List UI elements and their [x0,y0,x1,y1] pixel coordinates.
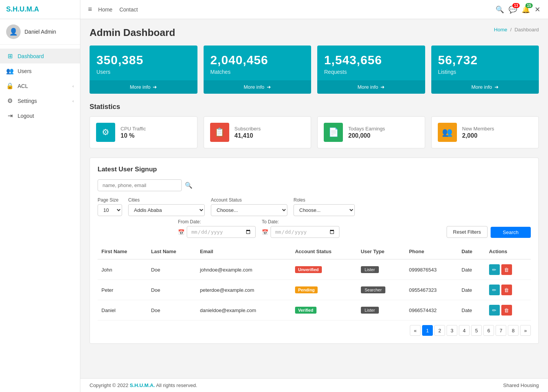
cell-first-name: Peter [98,280,147,300]
stat-more-users[interactable]: More info ➜ [90,80,197,94]
page-button[interactable]: 3 [447,325,457,336]
statistics-title: Statistics [90,103,539,111]
page-size-group: Page Size 102550100 [98,197,122,216]
page-button[interactable]: 5 [471,325,482,336]
subscribers-value: 41,410 [235,132,261,139]
date-filters-row: From Date: 📅 To Date: 📅 [98,219,531,238]
page-button[interactable]: 7 [496,325,506,336]
page-button[interactable]: « [410,325,421,336]
members-value: 2,000 [462,132,494,139]
sidebar-item-settings[interactable]: ⚙ Settings ‹ [0,93,80,108]
reset-filters-button[interactable]: Reset Filters [447,226,488,238]
from-date-input[interactable] [187,226,256,238]
edit-button[interactable]: ✏ [489,305,500,316]
breadcrumb-current: Dashboard [514,27,539,33]
user-name: Daniel Admin [24,29,56,35]
cell-phone: 0955467323 [405,280,458,300]
brand-name: S.H.U.M.A [6,5,39,13]
sidebar-item-acl[interactable]: 🔒 ACL ‹ [0,78,80,93]
page-size-select[interactable]: 102550100 [98,204,122,216]
footer-tagline: Shared Housing [503,382,539,388]
topbar-home[interactable]: Home [96,7,115,13]
search-button[interactable]: Search [491,227,531,238]
close-icon[interactable]: ✕ [535,5,540,14]
breadcrumb-home[interactable]: Home [494,27,507,33]
delete-button[interactable]: 🗑 [501,285,512,295]
cell-email: johndoe@example.com [196,259,291,280]
nav-menu: ⊞ Dashboard 👥 Users 🔒 ACL ‹ ⚙ Settings ‹… [0,45,80,127]
cell-actions: ✏ 🗑 [485,300,531,320]
footer: Copyright © 2022 S.H.U.M.A. All rights r… [80,378,548,392]
page-button[interactable]: 2 [434,325,445,336]
from-date-label: From Date: [178,219,256,224]
col-phone: Phone [405,244,458,259]
calendar-icon: 📅 [178,229,184,235]
avatar: 👤 [6,24,21,39]
chat-icon-btn[interactable]: 💬 13 [509,5,517,14]
search-input[interactable] [98,179,182,191]
cell-phone: 0966574432 [405,300,458,320]
members-title: New Members [462,126,494,132]
cell-email: danieldoe@example.com [196,300,291,320]
stat-label-listings: Listings [438,69,532,75]
stat-label-users: Users [96,69,191,75]
cell-actions: ✏ 🗑 [485,259,531,280]
cell-status: Pending [291,280,357,300]
breadcrumb: Home / Dashboard [494,27,539,33]
page-button[interactable]: » [520,325,531,336]
hamburger-icon[interactable]: ≡ [88,5,92,13]
footer-copyright: Copyright © 2022 S.H.U.M.A. All rights r… [90,382,197,388]
page-button[interactable]: 8 [508,325,519,336]
edit-button[interactable]: ✏ [489,285,500,295]
stat-more-matches[interactable]: More info ➜ [204,80,312,94]
to-date-label: To Date: [262,219,339,224]
cities-select[interactable]: Addis Ababa [128,204,205,216]
search-icon-button[interactable]: 🔍 [185,182,192,189]
pagination: «12345678» [98,320,531,336]
sidebar-item-users[interactable]: 👥 Users [0,63,80,78]
cell-date: Date [458,259,485,280]
cell-phone: 0999876543 [405,259,458,280]
signup-section: Latest User Signup 🔍 Page Size 102550100 [90,158,539,344]
col-email: Email [196,244,291,259]
earnings-value: 200,000 [348,132,385,139]
table-header-row: First Name Last Name Email Account Statu… [98,244,531,259]
cell-actions: ✏ 🗑 [485,280,531,300]
search-bar: 🔍 [98,179,531,191]
signup-title: Latest User Signup [98,166,531,173]
sidebar-item-label: Users [18,68,32,74]
search-icon-btn[interactable]: 🔍 [496,5,504,14]
table-row: Daniel Doe danieldoe@example.com Verifie… [98,300,531,320]
user-table: First Name Last Name Email Account Statu… [98,244,531,320]
logout-icon: ⇥ [6,112,14,119]
cities-label: Cities [128,197,205,203]
dashboard-icon: ⊞ [6,52,14,60]
sidebar-item-dashboard[interactable]: ⊞ Dashboard [0,49,80,63]
bell-icon-btn[interactable]: 🔔 15 [522,5,530,14]
to-date-input[interactable] [271,226,339,238]
stat-box-cpu: ⚙ CPU Traffic 10 % [90,116,197,148]
filter-buttons: Reset Filters Search [447,226,531,238]
from-date-group: From Date: 📅 [178,219,256,238]
cell-last-name: Doe [147,259,196,280]
stat-more-listings[interactable]: More info ➜ [431,80,539,94]
page-button[interactable]: 1 [422,325,433,336]
chevron-icon: ‹ [72,99,74,103]
col-last-name: Last Name [147,244,196,259]
delete-button[interactable]: 🗑 [501,305,512,316]
cell-status: Verified [291,300,357,320]
topbar-contact[interactable]: Contact [117,7,140,13]
stat-card-listings: 56,732 Listings More info ➜ [431,46,539,94]
sidebar-item-logout[interactable]: ⇥ Logout [0,108,80,123]
edit-button[interactable]: ✏ [489,264,500,275]
stat-more-requests[interactable]: More info ➜ [317,80,425,94]
settings-icon: ⚙ [6,97,14,104]
cell-date: Date [458,280,485,300]
page-button[interactable]: 4 [459,325,470,336]
account-status-select[interactable]: Choose... [211,204,287,216]
cell-first-name: Daniel [98,300,147,320]
roles-select[interactable]: Choose... [294,204,355,216]
delete-button[interactable]: 🗑 [501,264,512,275]
page-button[interactable]: 6 [483,325,494,336]
account-status-label: Account Status [211,197,287,203]
